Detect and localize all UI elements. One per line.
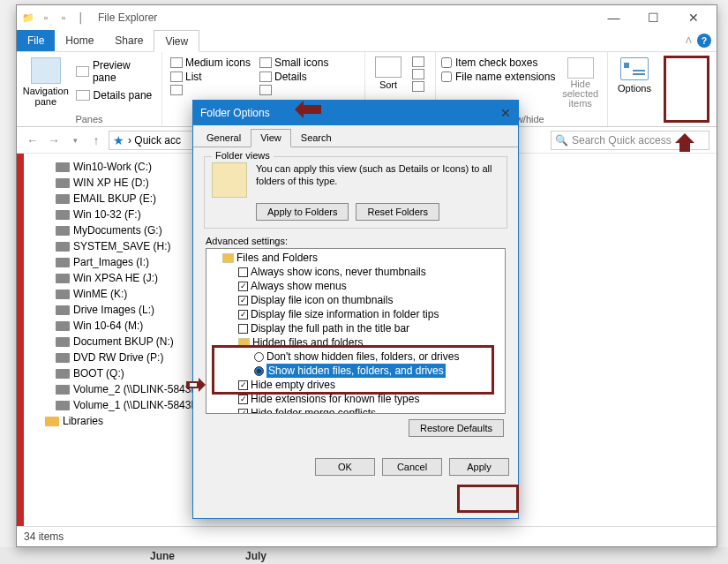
adv-show-hidden[interactable]: Show hidden files, folders, and drives xyxy=(208,364,503,378)
tree-item-drive[interactable]: EMAIL BKUP (E:) xyxy=(27,191,197,207)
tree-item-drive[interactable]: Document BKUP (N:) xyxy=(27,334,197,350)
checkbox-icon[interactable]: ✓ xyxy=(238,395,248,404)
tab-view[interactable]: View xyxy=(154,30,199,52)
details-pane-label: Details pane xyxy=(94,89,153,102)
forward-button[interactable]: → xyxy=(45,132,63,149)
checkbox-icon[interactable]: ✓ xyxy=(238,282,248,291)
adv-file-size-tips[interactable]: ✓Display file size information in folder… xyxy=(208,307,503,321)
dialog-tab-general[interactable]: General xyxy=(197,129,251,147)
layout-medium-icons[interactable]: Medium icons xyxy=(168,56,253,69)
tree-item-drive[interactable]: DVD RW Drive (P:) xyxy=(27,350,197,365)
tree-item-drive[interactable]: BOOT (Q:) xyxy=(27,365,197,381)
folder-views-text: You can apply this view (such as Details… xyxy=(256,162,499,187)
tree-item-drive[interactable]: Win 10-32 (F:) xyxy=(27,207,197,222)
layout-list[interactable]: List xyxy=(168,71,253,83)
checkbox-icon[interactable]: ✓ xyxy=(238,310,248,320)
tree-item-drive[interactable]: Volume_1 (\\DLINK-5843B xyxy=(27,397,197,413)
drive-icon xyxy=(56,353,70,363)
ok-button[interactable]: OK xyxy=(315,458,375,476)
cancel-button[interactable]: Cancel xyxy=(382,458,442,476)
folder-views-group: Folder views You can apply this view (su… xyxy=(204,156,507,229)
adv-hide-extensions[interactable]: ✓Hide extensions for known file types xyxy=(208,392,503,406)
bg-june: June xyxy=(150,550,175,562)
tree-item-drive[interactable]: Volume_2 (\\DLINK-5843B xyxy=(27,381,197,397)
preview-pane-button[interactable]: Preview pane xyxy=(73,57,156,86)
navigation-tree[interactable]: Win10-Work (C:)WIN XP HE (D:)EMAIL BKUP … xyxy=(24,154,200,526)
recent-locations-button[interactable]: ▾ xyxy=(66,132,84,149)
options-button[interactable]: Options xyxy=(613,54,656,124)
radio-icon[interactable] xyxy=(254,352,264,362)
tab-share[interactable]: Share xyxy=(104,30,154,51)
maximize-button[interactable]: ☐ xyxy=(634,5,673,30)
checkbox-icon[interactable]: ✓ xyxy=(238,380,248,390)
tree-item-drive[interactable]: SYSTEM_SAVE (H:) xyxy=(27,238,197,254)
adv-full-path-title[interactable]: Display the full path in the title bar xyxy=(208,321,503,335)
tab-home[interactable]: Home xyxy=(55,30,104,51)
dialog-tab-view[interactable]: View xyxy=(251,129,291,147)
sort-icon xyxy=(375,56,402,78)
folder-options-dialog: Folder Options ✕ General View Search Fol… xyxy=(192,100,519,519)
tree-item-drive[interactable]: Win10-Work (C:) xyxy=(27,159,197,175)
radio-icon[interactable] xyxy=(254,366,264,376)
item-check-boxes-option[interactable]: Item check boxes xyxy=(441,56,555,69)
dialog-titlebar[interactable]: Folder Options ✕ xyxy=(193,101,518,125)
checkbox-icon[interactable]: ✓ xyxy=(238,296,248,305)
layout-more-2[interactable] xyxy=(257,85,331,95)
adv-dont-show-hidden[interactable]: Don't show hidden files, folders, or dri… xyxy=(208,350,503,364)
adv-show-menus[interactable]: ✓Always show menus xyxy=(208,279,503,293)
close-button[interactable]: ✕ xyxy=(673,5,713,30)
adv-file-icon-thumb[interactable]: ✓Display file icon on thumbnails xyxy=(208,293,503,307)
size-columns-button[interactable] xyxy=(409,81,427,92)
tree-item-drive[interactable]: WIN XP HE (D:) xyxy=(27,175,197,191)
item-count: 34 items xyxy=(24,530,64,543)
tree-item-libraries[interactable]: Libraries xyxy=(27,413,197,429)
adv-hide-empty-drives[interactable]: ✓Hide empty drives xyxy=(208,378,503,392)
breadcrumb[interactable]: ★ › Quick acc xyxy=(109,131,206,150)
apply-button[interactable]: Apply xyxy=(449,458,509,476)
search-input[interactable]: 🔍 Search Quick access xyxy=(551,131,709,150)
qat-icon-1[interactable]: ▫ xyxy=(38,10,54,26)
folder-icon xyxy=(238,338,250,348)
tree-item-drive[interactable]: Win 10-64 (M:) xyxy=(27,318,197,334)
navigation-pane-icon xyxy=(31,57,61,84)
tree-item-drive[interactable]: Part_Images (I:) xyxy=(27,254,197,270)
reset-folders-button[interactable]: Reset Folders xyxy=(356,203,439,221)
up-button[interactable]: ↑ xyxy=(87,132,105,149)
adv-hide-merge-conflicts[interactable]: ✓Hide folder merge conflicts xyxy=(208,406,503,414)
preview-pane-icon xyxy=(76,66,89,77)
details-pane-button[interactable]: Details pane xyxy=(73,87,156,103)
qat-divider: │ xyxy=(73,10,89,26)
advanced-settings-tree[interactable]: Files and Folders Always show icons, nev… xyxy=(206,248,506,414)
drive-icon xyxy=(56,226,70,236)
minimize-button[interactable]: — xyxy=(594,5,634,30)
tree-item-drive[interactable]: MyDocuments (G:) xyxy=(27,222,197,238)
dialog-button-row: OK Cancel Apply xyxy=(193,449,518,485)
qat-icon-2[interactable]: ▫ xyxy=(56,10,71,26)
tree-item-drive[interactable]: Drive Images (L:) xyxy=(27,302,197,318)
adv-files-folders[interactable]: Files and Folders xyxy=(208,251,503,265)
tree-item-drive[interactable]: Win XPSA HE (J:) xyxy=(27,270,197,286)
back-button[interactable]: ← xyxy=(24,132,41,149)
layout-details[interactable]: Details xyxy=(257,71,331,83)
help-icon[interactable]: ? xyxy=(697,34,711,48)
adv-show-icons[interactable]: Always show icons, never thumbnails xyxy=(208,265,503,279)
options-label: Options xyxy=(618,83,651,94)
layout-more-1[interactable] xyxy=(168,85,253,95)
bg-july: July xyxy=(245,550,266,562)
navigation-pane-label: Navigation pane xyxy=(22,86,70,107)
adv-hidden-folder[interactable]: Hidden files and folders xyxy=(208,335,503,350)
tree-item-drive[interactable]: WinME (K:) xyxy=(27,286,197,302)
tab-file[interactable]: File xyxy=(17,30,55,51)
add-columns-button[interactable] xyxy=(409,69,427,79)
dialog-close-button[interactable]: ✕ xyxy=(500,106,511,120)
ribbon-collapse-icon[interactable]: ᐱ xyxy=(686,35,692,45)
apply-to-folders-button[interactable]: Apply to Folders xyxy=(256,203,349,221)
group-by-button[interactable] xyxy=(409,56,427,67)
layout-small-icons[interactable]: Small icons xyxy=(257,56,331,69)
restore-defaults-button[interactable]: Restore Defaults xyxy=(409,419,504,437)
checkbox-icon[interactable] xyxy=(238,324,248,334)
checkbox-icon[interactable]: ✓ xyxy=(238,409,248,415)
checkbox-icon[interactable] xyxy=(238,267,248,277)
file-name-extensions-option[interactable]: File name extensions xyxy=(441,71,555,83)
dialog-tab-search[interactable]: Search xyxy=(291,129,341,147)
